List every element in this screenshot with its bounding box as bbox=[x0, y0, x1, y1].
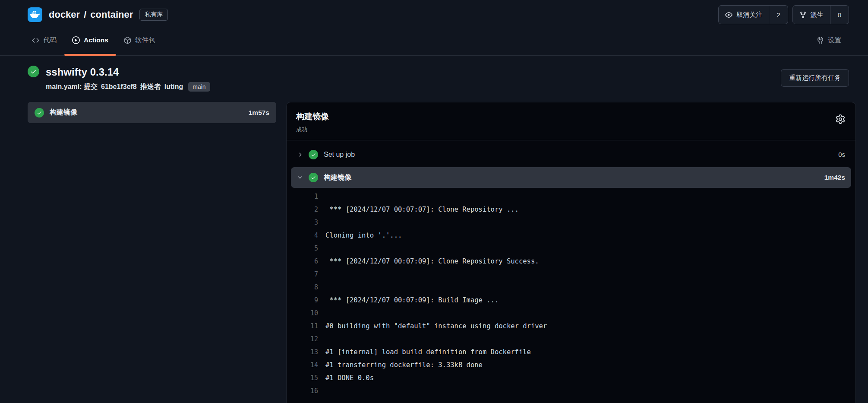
step-row-build-image[interactable]: 构建镜像 1m42s bbox=[291, 167, 851, 188]
chevron-down-icon bbox=[297, 175, 303, 181]
log-line-text: *** [2024/12/07 00:07:09]: Clone Reposit… bbox=[325, 255, 539, 268]
job-panel-header-text: 构建镜像 成功 bbox=[296, 111, 329, 133]
unwatch-label: 取消关注 bbox=[736, 11, 762, 19]
run-success-check-icon bbox=[28, 66, 39, 77]
log-line-text: #0 building with "default" instance usin… bbox=[325, 320, 547, 333]
log-line-number[interactable]: 5 bbox=[287, 242, 325, 255]
log-line: 12 bbox=[287, 333, 855, 346]
log-line: 1 bbox=[287, 190, 855, 203]
job-duration: 1m57s bbox=[249, 109, 269, 117]
workflow-file-and-commit-prefix: main.yaml: 提交 bbox=[46, 83, 98, 92]
chevron-right-icon bbox=[297, 152, 303, 158]
pusher-link[interactable]: luting bbox=[164, 83, 183, 91]
log-line-number[interactable]: 8 bbox=[287, 281, 325, 294]
gear-icon[interactable] bbox=[836, 114, 845, 125]
log-line-text: *** [2024/12/07 00:07:09]: Build Image .… bbox=[325, 294, 499, 307]
step-row-setup-job[interactable]: Set up job 0s bbox=[291, 142, 851, 167]
job-panel-title: 构建镜像 bbox=[296, 111, 329, 122]
log-line-number[interactable]: 10 bbox=[287, 307, 325, 320]
repo-title: docker / container bbox=[49, 9, 133, 20]
job-panel-header: 构建镜像 成功 bbox=[287, 102, 855, 140]
tab-settings-label: 设置 bbox=[828, 36, 841, 45]
tab-actions-label: Actions bbox=[84, 36, 108, 44]
job-panel: 构建镜像 成功 Set up job 0s bbox=[286, 102, 856, 403]
repo-avatar-docker-logo[interactable] bbox=[28, 7, 42, 22]
jobs-sidebar: 构建镜像 1m57s bbox=[28, 102, 276, 123]
run-title: sshwifty 0.3.14 bbox=[46, 66, 210, 78]
tab-packages[interactable]: 软件包 bbox=[116, 25, 163, 55]
repo-owner-link[interactable]: docker bbox=[49, 9, 80, 20]
step-log: 1 2 *** [2024/12/07 00:07:07]: Clone Rep… bbox=[287, 188, 855, 397]
log-line-number[interactable]: 1 bbox=[287, 190, 325, 203]
step-duration: 0s bbox=[838, 151, 845, 158]
fork-button[interactable]: 派生 0 bbox=[792, 5, 849, 24]
run-main: 构建镜像 1m57s 构建镜像 成功 bbox=[0, 102, 868, 403]
log-line-number[interactable]: 2 bbox=[287, 203, 325, 216]
log-line: 14 #1 transferring dockerfile: 3.33kB do… bbox=[287, 359, 855, 371]
code-icon bbox=[32, 37, 39, 44]
log-line: 5 bbox=[287, 242, 855, 255]
log-line: 11 #0 building with "default" instance u… bbox=[287, 320, 855, 333]
log-line: 10 bbox=[287, 307, 855, 320]
tab-code-label: 代码 bbox=[43, 36, 57, 45]
log-line-text: #1 [internal] load build definition from… bbox=[325, 346, 531, 359]
branch-badge[interactable]: main bbox=[188, 82, 210, 92]
step-success-check-icon bbox=[309, 173, 318, 182]
log-line-text: *** [2024/12/07 00:07:07]: Clone Reposit… bbox=[325, 203, 519, 216]
play-circle-icon bbox=[72, 36, 80, 44]
log-line: 4 Cloning into '.'... bbox=[287, 229, 855, 242]
log-line-number[interactable]: 12 bbox=[287, 333, 325, 346]
log-line-text: Cloning into '.'... bbox=[325, 229, 402, 242]
step-duration: 1m42s bbox=[824, 174, 845, 181]
repo-separator: / bbox=[84, 9, 86, 20]
unwatch-button[interactable]: 取消关注 2 bbox=[718, 5, 788, 24]
commit-sha-link[interactable]: 61be1f3ef8 bbox=[101, 83, 137, 91]
package-icon bbox=[124, 37, 131, 44]
forks-count[interactable]: 0 bbox=[830, 6, 849, 24]
tab-actions[interactable]: Actions bbox=[64, 25, 116, 55]
repo-name-link[interactable]: container bbox=[90, 9, 133, 20]
fork-label: 派生 bbox=[811, 11, 824, 19]
run-head-main: sshwifty 0.3.14 main.yaml: 提交 61be1f3ef8… bbox=[46, 66, 210, 92]
log-line: 15 #1 DONE 0.0s bbox=[287, 371, 855, 384]
run-header: sshwifty 0.3.14 main.yaml: 提交 61be1f3ef8… bbox=[0, 56, 868, 102]
run-subtitle: main.yaml: 提交 61be1f3ef8 推送者 luting main bbox=[46, 82, 210, 92]
fork-icon bbox=[799, 11, 807, 19]
actions-run-page: docker / container 私有库 取消关注 2 bbox=[0, 0, 868, 403]
job-list-item[interactable]: 构建镜像 1m57s bbox=[28, 102, 276, 123]
log-line-number[interactable]: 16 bbox=[287, 384, 325, 397]
log-line: 6 *** [2024/12/07 00:07:09]: Clone Repos… bbox=[287, 255, 855, 268]
eye-icon bbox=[725, 11, 732, 19]
log-line-number[interactable]: 15 bbox=[287, 371, 325, 384]
log-line-number[interactable]: 9 bbox=[287, 294, 325, 307]
watchers-count[interactable]: 2 bbox=[769, 6, 787, 24]
log-line-number[interactable]: 4 bbox=[287, 229, 325, 242]
log-line: 7 bbox=[287, 268, 855, 281]
log-line: 3 bbox=[287, 216, 855, 229]
log-line-number[interactable]: 11 bbox=[287, 320, 325, 333]
docker-whale-icon bbox=[30, 10, 40, 20]
log-line-number[interactable]: 3 bbox=[287, 216, 325, 229]
step-success-check-icon bbox=[309, 150, 318, 159]
unwatch-button-main[interactable]: 取消关注 bbox=[719, 6, 769, 24]
tab-settings[interactable]: 设置 bbox=[809, 25, 849, 55]
job-name: 构建镜像 bbox=[50, 108, 77, 117]
log-line-number[interactable]: 6 bbox=[287, 255, 325, 268]
job-success-check-icon bbox=[35, 108, 44, 117]
log-line-number[interactable]: 7 bbox=[287, 268, 325, 281]
log-line-number[interactable]: 13 bbox=[287, 346, 325, 359]
log-line-text: #1 transferring dockerfile: 3.33kB done bbox=[325, 359, 483, 371]
steps-list: Set up job 0s 构建镜像 1m42s bbox=[287, 140, 855, 188]
job-status-text: 成功 bbox=[296, 126, 329, 133]
step-name: 构建镜像 bbox=[324, 173, 351, 182]
log-line: 16 bbox=[287, 384, 855, 397]
log-line: 8 bbox=[287, 281, 855, 294]
log-line-text: #1 DONE 0.0s bbox=[325, 371, 374, 384]
wrench-icon bbox=[817, 37, 824, 44]
repo-tabs: 代码 Actions 软件包 设置 bbox=[0, 25, 868, 56]
step-name: Set up job bbox=[324, 151, 355, 159]
rerun-all-jobs-button[interactable]: 重新运行所有任务 bbox=[781, 69, 849, 87]
tab-code[interactable]: 代码 bbox=[24, 25, 64, 55]
fork-button-main[interactable]: 派生 bbox=[793, 6, 830, 24]
log-line-number[interactable]: 14 bbox=[287, 359, 325, 371]
